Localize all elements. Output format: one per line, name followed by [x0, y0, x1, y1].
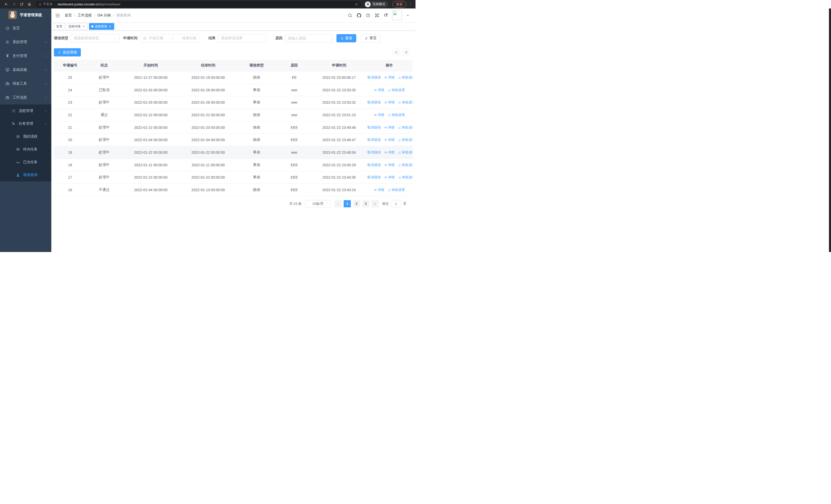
sidebar-item-home[interactable]: 首页 — [0, 21, 51, 35]
monitor-icon — [5, 68, 9, 72]
tab-首页[interactable]: 首页 — [54, 23, 65, 30]
breadcrumb-item[interactable]: OA 示例 — [97, 13, 111, 18]
browser-back-icon[interactable] — [3, 1, 9, 7]
table-cell: 2022-01-22 23:46:04 — [312, 150, 366, 154]
page-3-button[interactable]: 3 — [362, 200, 369, 207]
result-select[interactable]: 请选择流结果 — [218, 34, 266, 42]
table-cell: 18 — [54, 163, 86, 167]
tab-流程详情[interactable]: 流程详情✕ — [66, 23, 88, 30]
table-cell: 处理中 — [86, 150, 122, 155]
address-bar[interactable]: 不安全 dashboard.yudao.iocoder.cn/bpm/oa/le… — [36, 1, 361, 7]
help-icon[interactable] — [366, 13, 370, 18]
cancel-action-link[interactable]: 取消请假 — [366, 163, 381, 167]
progress-action-link[interactable]: 审批进度 — [398, 100, 413, 105]
detail-action-link[interactable]: 详情 — [384, 175, 395, 180]
sidebar-item-process-mgmt[interactable]: 流程管理 — [0, 105, 51, 117]
breadcrumb-item[interactable]: 工作流程 — [78, 13, 92, 18]
reset-button[interactable]: 重置 — [361, 34, 381, 42]
avatar[interactable] — [392, 10, 402, 20]
page-size-select[interactable]: 10条/页 — [305, 200, 331, 207]
user-icon — [16, 173, 20, 177]
sidebar-item-payment[interactable]: ¥支付管理 — [0, 49, 51, 63]
font-size-icon[interactable]: TT — [384, 13, 388, 18]
browser-home-icon[interactable] — [26, 1, 32, 7]
cancel-action-link[interactable]: 取消请假 — [366, 75, 381, 80]
sidebar-item-task-mgmt[interactable]: 任务管理 — [0, 117, 51, 130]
sidebar-item-my-process[interactable]: 我的流程 — [0, 130, 51, 143]
app-logo[interactable]: 芋道管理系统 — [0, 8, 51, 21]
progress-action-link[interactable]: 审批进度 — [388, 88, 405, 92]
search-icon[interactable] — [348, 13, 352, 18]
browser-reload-icon[interactable] — [19, 1, 25, 7]
detail-action-link[interactable]: 详情 — [384, 150, 395, 155]
github-icon[interactable] — [357, 13, 361, 18]
browser-forward-icon[interactable] — [11, 1, 17, 7]
refresh-table-icon[interactable] — [402, 49, 410, 56]
progress-action-link[interactable]: 审批进度 — [398, 150, 413, 155]
detail-action-link[interactable]: 详情 — [384, 125, 395, 130]
sidebar-item-done-tasks[interactable]: 已办任务 — [0, 156, 51, 169]
progress-action-link[interactable]: 审批进度 — [398, 125, 413, 130]
bookmark-star-icon[interactable] — [355, 3, 358, 6]
tab-请假查询[interactable]: 请假查询✕ — [89, 23, 114, 30]
table-cell: 2022-01-23 00:06:17 — [312, 76, 366, 80]
progress-action-link[interactable]: 审批进度 — [388, 113, 405, 117]
table-cell: 病假 — [237, 125, 277, 130]
sidebar-item-label: 请假查询 — [23, 173, 37, 177]
table-cell: 处理中 — [86, 175, 122, 180]
progress-action-link[interactable]: 审批进度 — [398, 163, 413, 167]
cancel-action-link[interactable]: 取消请假 — [366, 125, 381, 130]
cancel-action-link[interactable]: 取消请假 — [366, 175, 381, 180]
sidebar-item-todo-tasks[interactable]: 待办任务 — [0, 143, 51, 156]
plus-icon — [58, 51, 61, 54]
progress-action-link[interactable]: 审批进度 — [398, 175, 413, 180]
sidebar-item-leave-query[interactable]: 请假查询 — [0, 169, 51, 181]
detail-action-link[interactable]: 详情 — [374, 113, 384, 117]
detail-action-link[interactable]: 详情 — [374, 88, 384, 92]
progress-action-link[interactable]: 审批进度 — [398, 75, 413, 80]
page-2-button[interactable]: 2 — [353, 200, 360, 207]
browser-menu-icon[interactable]: ⋮ — [408, 2, 413, 6]
sidebar-item-workflow[interactable]: 工作流程 — [0, 91, 51, 105]
sidebar-item-system[interactable]: 系统管理 — [0, 35, 51, 49]
detail-action-link[interactable]: 详情 — [384, 163, 395, 167]
cancel-action-link[interactable]: 取消请假 — [366, 100, 381, 105]
browser-update-button[interactable]: 更新 — [393, 1, 406, 8]
sidebar-item-label: 任务管理 — [19, 121, 33, 126]
caret-down-icon[interactable] — [406, 14, 409, 17]
eye-sm-icon — [384, 126, 387, 129]
create-leave-button[interactable]: 发起请假 — [54, 48, 81, 56]
detail-action-link[interactable]: 详情 — [374, 187, 384, 192]
fullscreen-icon[interactable] — [375, 13, 379, 18]
progress-action-link[interactable]: 审批进度 — [388, 187, 405, 192]
sidebar-fold-icon[interactable] — [55, 13, 60, 18]
next-page-button[interactable]: › — [371, 200, 378, 207]
cancel-action-link[interactable]: 取消请假 — [366, 150, 381, 155]
breadcrumb-item: 请假查询 — [116, 13, 131, 18]
reason-input[interactable] — [288, 36, 330, 40]
cancel-action-link[interactable]: 取消请假 — [366, 138, 381, 142]
progress-action-link[interactable]: 审批进度 — [398, 138, 413, 142]
table-cell: 2022-01-13 00:00:00 — [179, 188, 237, 192]
breadcrumb-item[interactable]: 首页 — [65, 13, 72, 18]
search-button[interactable]: 搜索 — [337, 34, 356, 42]
detail-action-link[interactable]: 详情 — [384, 75, 395, 80]
detail-action-link[interactable]: 详情 — [384, 138, 395, 142]
detail-action-link[interactable]: 详情 — [384, 100, 395, 105]
close-icon[interactable]: ✕ — [108, 25, 112, 28]
page-unit-label: 页 — [403, 202, 406, 206]
apply-time-range-picker[interactable]: 开始日期 - 结束日期 — [140, 34, 199, 42]
goto-page-input[interactable] — [391, 200, 401, 207]
page-1-button[interactable]: 1 — [344, 200, 351, 207]
close-icon[interactable]: ✕ — [82, 25, 85, 28]
chevron-down-icon — [113, 37, 117, 40]
table-body: 25处理中2021-12-27 00:00:002022-01-19 00:00… — [54, 71, 413, 196]
prev-page-button[interactable]: ‹ — [335, 200, 342, 207]
table-cell: 病假 — [237, 113, 277, 117]
sidebar-item-infra[interactable]: 基础设施 — [0, 63, 51, 77]
table-cell: 2022-01-26 00:00:00 — [179, 100, 237, 105]
show-search-toggle-icon[interactable] — [393, 49, 400, 56]
sidebar-item-devtools[interactable]: 研发工具 — [0, 77, 51, 91]
leave-type-select[interactable]: 请选择请假类型 — [71, 34, 120, 42]
sidebar-item-label: 流程管理 — [19, 109, 33, 113]
